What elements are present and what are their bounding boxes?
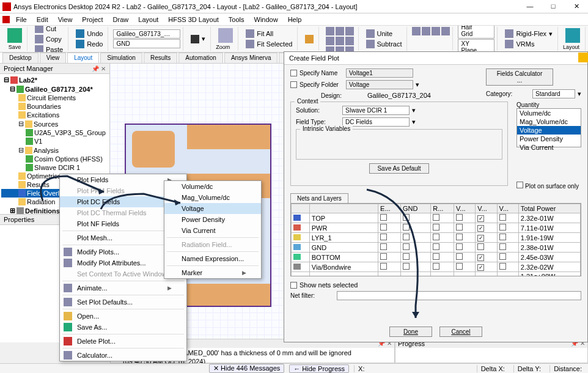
shape-icon[interactable] bbox=[345, 27, 354, 35]
design-combo[interactable]: Galileo_G87173_… bbox=[113, 29, 180, 39]
shape-icon[interactable] bbox=[326, 27, 334, 35]
layout-button[interactable] bbox=[563, 28, 582, 43]
shape-icon[interactable] bbox=[336, 27, 344, 35]
status-x: X: bbox=[354, 365, 368, 372]
sm-marker[interactable]: Marker▶ bbox=[164, 267, 261, 278]
mi-saveas[interactable]: Save As... bbox=[60, 322, 186, 333]
app-icon bbox=[2, 2, 11, 11]
mi-open[interactable]: Open... bbox=[60, 311, 186, 322]
shape-icon[interactable] bbox=[345, 37, 354, 45]
done-button[interactable]: Done bbox=[389, 327, 432, 337]
misc-icon[interactable] bbox=[422, 27, 430, 35]
pm-pin-icon[interactable]: 📌 ✕ bbox=[92, 65, 106, 72]
sm-volumedc[interactable]: Volume/dc bbox=[164, 181, 261, 192]
rigidflex-button[interactable]: Rigid-Flex▾ bbox=[502, 29, 555, 39]
zoom-button[interactable] bbox=[216, 28, 235, 43]
menu-layout[interactable]: Layout bbox=[134, 15, 162, 24]
save-button[interactable] bbox=[5, 28, 24, 43]
misc-icon[interactable] bbox=[432, 27, 440, 35]
save-default-button[interactable]: Save As Default bbox=[369, 163, 428, 174]
misc-icon[interactable] bbox=[412, 27, 421, 35]
misc-icon[interactable] bbox=[441, 27, 450, 35]
design-value: Galileo_G87173_204 bbox=[367, 92, 431, 99]
save-label: Save bbox=[5, 44, 24, 50]
subtract-button[interactable]: Subtract bbox=[364, 39, 405, 49]
tab-layout[interactable]: Layout bbox=[67, 53, 99, 63]
unite-button[interactable]: Unite bbox=[364, 29, 405, 39]
paste-button[interactable]: Paste bbox=[32, 45, 65, 53]
tab-simulation[interactable]: Simulation bbox=[100, 53, 142, 63]
copy-button[interactable]: Copy bbox=[32, 34, 65, 44]
sm-named-expr[interactable]: Named Expression... bbox=[164, 253, 261, 264]
tab-desktop[interactable]: Desktop bbox=[2, 53, 39, 63]
net-combo[interactable]: GND bbox=[113, 39, 180, 48]
redo-button[interactable]: Redo bbox=[73, 39, 105, 49]
minimize-button[interactable]: — bbox=[521, 2, 539, 10]
menu-draw[interactable]: Draw bbox=[109, 15, 133, 24]
cancel-button[interactable]: Cancel bbox=[439, 327, 482, 337]
properties-title: Properties bbox=[4, 216, 34, 223]
sm-mag-volumedc[interactable]: Mag_Volume/dc bbox=[164, 192, 261, 203]
net-filter-input[interactable] bbox=[337, 291, 581, 300]
name-input[interactable]: Voltage1 bbox=[346, 68, 413, 78]
menu-hfss3d[interactable]: HFSS 3D Layout bbox=[164, 15, 222, 24]
plot-surface-checkbox[interactable] bbox=[516, 182, 523, 188]
fit-all-button[interactable]: Fit All bbox=[243, 29, 295, 39]
fit-selected-button[interactable]: Fit Selected bbox=[243, 39, 295, 49]
status-dx: Delta X: bbox=[477, 365, 509, 372]
specify-name-checkbox[interactable] bbox=[290, 70, 297, 76]
menu-project[interactable]: Project bbox=[78, 15, 106, 24]
tab-minerva[interactable]: Ansys Minerva bbox=[224, 53, 278, 63]
sm-voltage[interactable]: Voltage bbox=[164, 203, 261, 214]
category-combo[interactable]: Standard bbox=[532, 89, 575, 98]
shape-icon[interactable] bbox=[336, 37, 344, 45]
hide-messages-button[interactable]: ✕ Hide 446 Messages bbox=[209, 364, 284, 373]
close-button[interactable]: ✕ bbox=[567, 2, 586, 10]
quantity-label: Quantity bbox=[516, 102, 581, 108]
menu-edit[interactable]: Edit bbox=[33, 15, 52, 24]
dialog-title: Create Field Plot bbox=[289, 54, 339, 62]
menu-tools[interactable]: Tools bbox=[225, 15, 248, 24]
app-icon-small bbox=[2, 16, 10, 23]
tool-a[interactable] bbox=[303, 34, 316, 44]
show-nets-checkbox[interactable] bbox=[290, 282, 297, 289]
fields-calculator-button[interactable]: Fields Calculator ... bbox=[486, 68, 553, 86]
sm-power-density[interactable]: Power Density bbox=[164, 214, 261, 225]
ribbon: Save Cut Copy Paste Undo Redo Galileo_G8… bbox=[0, 26, 588, 53]
cut-button[interactable]: Cut bbox=[32, 26, 65, 34]
specify-folder-checkbox[interactable] bbox=[290, 81, 297, 88]
tab-view[interactable]: View bbox=[40, 53, 67, 63]
quantity-list[interactable]: Volume/dc Mag_Volume/dc Voltage Power De… bbox=[516, 108, 581, 147]
hide-progress-button[interactable]: ← Hide Progress bbox=[289, 364, 349, 373]
cursor-button[interactable]: ▾ bbox=[188, 34, 208, 44]
context-label: Context bbox=[295, 98, 320, 105]
window-title: Ansys Electronics Desktop 2024 R2 - Lab2… bbox=[13, 3, 521, 10]
menu-file[interactable]: File bbox=[12, 15, 31, 24]
menu-view[interactable]: View bbox=[54, 15, 76, 24]
mi-set-defaults[interactable]: Set Plot Defaults... bbox=[60, 297, 186, 308]
menu-window[interactable]: Window bbox=[251, 15, 282, 24]
mi-calculator[interactable]: Calculator... bbox=[60, 350, 186, 361]
vrms-button[interactable]: VRMs bbox=[502, 39, 555, 49]
plane-combo[interactable]: XY Plane bbox=[458, 39, 494, 53]
grid-combo[interactable]: Half Grid bbox=[458, 26, 494, 39]
mi-animate[interactable]: Animate...▶ bbox=[60, 283, 186, 294]
create-field-plot-dialog: Create Field Plot✕ Specify NameVoltage1 … bbox=[284, 51, 588, 342]
tab-results[interactable]: Results bbox=[144, 53, 177, 63]
nets-layers-tab[interactable]: Nets and Layers bbox=[290, 193, 348, 203]
ansys-tab-icon[interactable] bbox=[578, 53, 588, 62]
tab-automation[interactable]: Automation bbox=[178, 53, 223, 63]
mi-delete-plot[interactable]: Delete Plot... bbox=[60, 336, 186, 347]
title-bar: Ansys Electronics Desktop 2024 R2 - Lab2… bbox=[0, 0, 588, 13]
nets-table[interactable]: E...GNDR...V...V...V...Total Power TOP✓2… bbox=[291, 204, 581, 276]
sm-via-current[interactable]: Via Current bbox=[164, 225, 261, 236]
context-submenu: Volume/dc Mag_Volume/dc Voltage Power De… bbox=[164, 180, 262, 279]
folder-combo[interactable]: Voltage bbox=[346, 80, 413, 89]
status-dy: Delta Y: bbox=[513, 365, 545, 372]
menu-help[interactable]: Help bbox=[284, 15, 306, 24]
maximize-button[interactable]: □ bbox=[544, 2, 562, 10]
shape-icon[interactable] bbox=[326, 37, 334, 45]
pm-title: Project Manager bbox=[4, 65, 53, 72]
solution-combo[interactable]: SIwave DCIR 1 bbox=[342, 106, 410, 115]
undo-button[interactable]: Undo bbox=[73, 29, 105, 39]
